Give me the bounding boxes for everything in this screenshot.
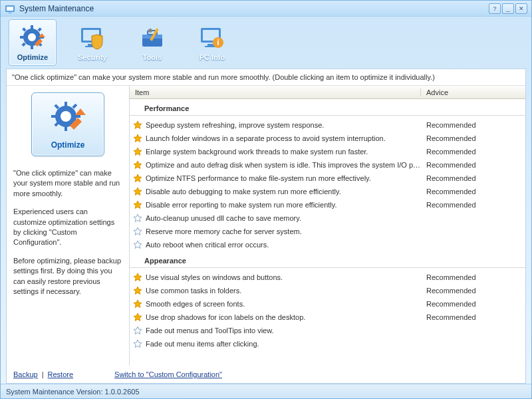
tab-optimize[interactable]: Optimize: [9, 19, 57, 66]
monitor-shield-icon: [78, 24, 106, 52]
star-icon: [130, 326, 146, 335]
help-button[interactable]: ?: [489, 3, 501, 14]
svg-rect-34: [72, 104, 77, 109]
list-item[interactable]: Fade out menu items after clicking.: [130, 337, 525, 350]
item-text: Use visual styles on windows and buttons…: [146, 273, 421, 281]
list-item[interactable]: Fade out menus and ToolTips into view.: [130, 324, 525, 337]
window-title: System Maintenance: [19, 4, 489, 13]
star-icon: [130, 200, 146, 209]
item-advice: Recommended: [421, 287, 525, 295]
item-text: Use common tasks in folders.: [146, 287, 421, 295]
star-icon: [130, 147, 146, 156]
item-advice: Recommended: [421, 121, 525, 129]
tab-tools[interactable]: Tools: [128, 19, 176, 66]
list-item[interactable]: Enlarge system background work threads t…: [130, 145, 525, 158]
tab-label: Optimize: [17, 53, 48, 61]
svg-rect-28: [65, 102, 67, 107]
svg-rect-5: [20, 36, 24, 39]
svg-point-11: [28, 33, 36, 41]
svg-rect-1: [7, 7, 13, 11]
star-icon: [130, 160, 146, 170]
group-header: Appearance: [130, 251, 525, 268]
item-text: Auto reboot when critical error occurs.: [146, 241, 421, 249]
content-area: "One click optimize" can make your syste…: [6, 68, 526, 384]
item-advice: Recommended: [421, 161, 525, 169]
star-icon: [130, 339, 146, 348]
group-header: Performance: [130, 99, 525, 116]
minimize-button[interactable]: _: [502, 3, 514, 14]
item-text: Use drop shadows for icon labels on the …: [146, 313, 421, 321]
star-icon: [130, 174, 146, 183]
item-list[interactable]: PerformanceSpeedup system refreshing, im…: [130, 99, 525, 366]
star-icon: [130, 240, 146, 249]
item-text: Disable auto debugging to make system ru…: [146, 188, 421, 196]
item-advice: Recommended: [421, 134, 525, 142]
list-item[interactable]: Use drop shadows for icon labels on the …: [130, 311, 525, 324]
item-text: Speedup system refreshing, improve syste…: [146, 121, 421, 129]
tab-pc-info[interactable]: i PC Info: [188, 19, 236, 66]
restore-link[interactable]: Restore: [48, 370, 74, 378]
item-text: Disable error reporting to make system r…: [146, 201, 421, 209]
left-description: "One click optimize" can make your syste…: [13, 168, 122, 305]
item-text: Fade out menus and ToolTips into view.: [146, 327, 421, 334]
instruction-text: "One click optimize" can make your syste…: [7, 69, 525, 86]
svg-rect-31: [75, 115, 80, 118]
item-advice: Recommended: [421, 273, 525, 281]
list-item[interactable]: Reserve more memory cache for server sys…: [130, 225, 525, 238]
monitor-info-icon: i: [198, 24, 226, 52]
star-icon: [130, 227, 146, 236]
list-item[interactable]: Auto reboot when critical error occurs.: [130, 238, 525, 251]
main-toolbar: Optimize Security Tools i PC Info: [1, 17, 531, 68]
item-advice: Recommended: [421, 201, 525, 209]
star-icon: [130, 213, 146, 223]
item-text: Enlarge system background work threads t…: [146, 148, 421, 156]
item-advice: Recommended: [421, 300, 525, 308]
tab-label: Security: [78, 53, 106, 61]
toolbox-icon: [138, 24, 166, 52]
item-advice: Recommended: [421, 188, 525, 196]
version-text: System Maintenance Version: 1.0.0.2605: [6, 388, 140, 396]
svg-rect-29: [65, 126, 67, 131]
star-icon: [130, 273, 146, 282]
svg-rect-10: [21, 43, 25, 47]
svg-rect-9: [37, 27, 41, 31]
svg-rect-30: [51, 115, 57, 118]
item-text: Fade out menu items after clicking.: [146, 340, 421, 348]
tab-security[interactable]: Security: [68, 19, 116, 66]
backup-link[interactable]: Backup: [13, 370, 38, 378]
status-bar: System Maintenance Version: 1.0.0.2605: [1, 384, 531, 398]
svg-rect-3: [31, 25, 33, 29]
tab-label: Tools: [143, 53, 162, 61]
title-bar: System Maintenance ? _ ✕: [1, 1, 531, 17]
list-item[interactable]: Use visual styles on windows and buttons…: [130, 271, 525, 284]
star-icon: [130, 187, 146, 196]
list-item[interactable]: Disable auto debugging to make system ru…: [130, 185, 525, 198]
item-text: Optimize NTFS performance to make file-s…: [146, 174, 421, 182]
list-item[interactable]: Smooth edges of screen fonts.Recommended: [130, 297, 525, 311]
list-item[interactable]: Launch folder windows in a separate proc…: [130, 132, 525, 145]
item-text: Launch folder windows in a separate proc…: [146, 134, 421, 142]
list-item[interactable]: Use common tasks in folders.Recommended: [130, 284, 525, 297]
svg-point-20: [148, 29, 152, 33]
close-button[interactable]: ✕: [515, 3, 527, 14]
app-icon: [5, 3, 15, 14]
list-item[interactable]: Optimize NTFS performance to make file-s…: [130, 172, 525, 185]
list-item[interactable]: Optimize and auto defrag disk when syste…: [130, 158, 525, 172]
svg-text:i: i: [217, 38, 219, 47]
svg-point-36: [61, 111, 71, 122]
star-icon: [130, 313, 146, 322]
list-item[interactable]: Disable error reporting to make system r…: [130, 198, 525, 211]
list-item[interactable]: Auto-cleanup unused dll cache to save me…: [130, 211, 525, 225]
switch-config-link[interactable]: Switch to "Custom Configuration": [114, 370, 222, 378]
item-text: Smooth edges of screen fonts.: [146, 300, 421, 308]
column-advice[interactable]: Advice: [421, 88, 515, 96]
tab-label: PC Info: [200, 53, 225, 61]
item-text: Auto-cleanup unused dll cache to save me…: [146, 214, 421, 222]
column-item[interactable]: Item: [130, 88, 421, 96]
left-panel: Optimize "One click optimize" can make y…: [7, 86, 130, 366]
list-item[interactable]: Speedup system refreshing, improve syste…: [130, 118, 525, 132]
svg-rect-32: [54, 104, 59, 109]
star-icon: [130, 134, 146, 143]
star-icon: [130, 286, 146, 295]
optimize-button[interactable]: Optimize: [31, 92, 104, 156]
